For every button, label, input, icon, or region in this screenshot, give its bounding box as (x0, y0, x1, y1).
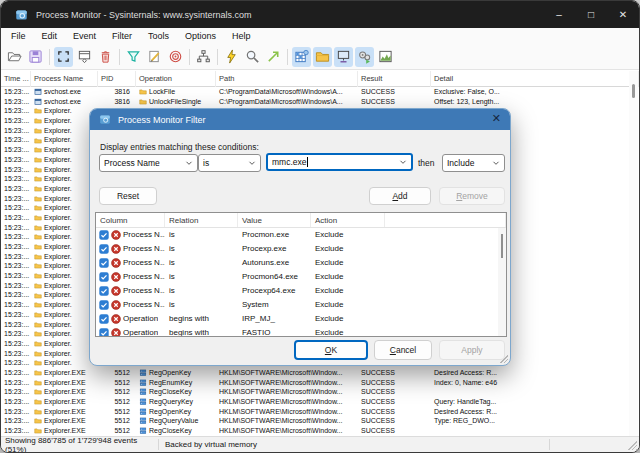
folder-icon (34, 175, 42, 183)
save-button[interactable] (26, 47, 45, 67)
close-button[interactable]: ✕ (607, 1, 639, 28)
event-row[interactable]: 15:23:... Explorer.EXE 5512 RegQueryValu… (1, 416, 639, 426)
menu-item[interactable]: Tools (140, 31, 177, 41)
vertical-scrollbar[interactable] (629, 71, 638, 438)
filter-rule-row[interactable]: Process N... is Procexp.exe Exclude (96, 242, 506, 256)
boot-logging-button[interactable] (222, 47, 241, 67)
remove-button[interactable]: Remove (439, 187, 505, 205)
folder-icon (34, 137, 42, 145)
column-header-operation[interactable]: Operation (136, 71, 216, 87)
filter-button[interactable] (124, 47, 143, 67)
folder-icon (34, 359, 42, 367)
column-header-path[interactable]: Path (216, 71, 358, 87)
apply-button[interactable]: Apply (439, 340, 505, 360)
event-row[interactable]: 15:23:... Explorer.EXE 5512 RegOpenKey H… (1, 368, 639, 378)
column-header-time[interactable]: Time ... (1, 71, 31, 87)
folder-icon (34, 204, 42, 212)
title-bar: Process Monitor - Sysinternals: www.sysi… (1, 1, 639, 28)
scrollbar-thumb[interactable] (632, 84, 635, 98)
process-monitor-filter-dialog: Process Monitor Filter ✕ Display entries… (89, 108, 511, 366)
filter-rule-row[interactable]: Process N... is Procmon64.exe Exclude (96, 270, 506, 284)
filter-header-column[interactable]: Column (96, 213, 165, 227)
reset-button[interactable]: Reset (99, 187, 157, 205)
add-button[interactable]: Add (369, 187, 431, 205)
filter-relation-select[interactable]: is (198, 154, 261, 172)
column-header-detail[interactable]: Detail (431, 71, 639, 87)
filter-rule-row[interactable]: Process N... is System Exclude (96, 298, 506, 312)
filter-header-action[interactable]: Action (311, 213, 385, 227)
event-row[interactable]: 15:23:... Explorer.EXE 5512 RegQueryKey … (1, 397, 639, 407)
filter-list-scrollbar[interactable] (498, 228, 506, 337)
maximize-button[interactable]: □ (575, 1, 607, 28)
folder-icon (34, 321, 42, 329)
registry-operation-icon (139, 388, 147, 396)
filter-value-input[interactable]: mmc.exe (266, 153, 413, 171)
menu-item[interactable]: Options (177, 31, 224, 41)
event-row[interactable]: 15:23:... svchost.exe 3816 LockFile C:\P… (1, 87, 639, 97)
event-row[interactable]: 15:23:... Explorer.EXE 5512 RegCloseKey … (1, 387, 639, 397)
event-row[interactable]: 15:23:... svchost.exe 3816 UnlockFileSin… (1, 97, 639, 107)
filter-rule-row[interactable]: Operation begins with IRP_MJ_ Exclude (96, 312, 506, 326)
event-row[interactable]: 15:23:... Explorer.EXE 5512 RegEnumKey H… (1, 378, 639, 388)
filter-rule-row[interactable]: Process N... is Procexp64.exe Exclude (96, 284, 506, 298)
folder-icon (34, 214, 42, 222)
filter-rule-row[interactable]: Process N... is Autoruns.exe Exclude (96, 256, 506, 270)
registry-operation-icon (139, 408, 147, 416)
jump-to-button[interactable] (264, 47, 283, 67)
menu-item[interactable]: Edit (34, 31, 66, 41)
menu-item[interactable]: Event (65, 31, 104, 41)
filter-scrollbar-thumb[interactable] (501, 234, 503, 258)
filter-action-select[interactable]: Include (442, 154, 505, 172)
menu-item[interactable]: Filter (104, 31, 140, 41)
highlight-button[interactable] (145, 47, 164, 67)
filter-rule-row[interactable]: Process N... is Procmon.exe Exclude (96, 228, 506, 242)
event-row[interactable]: 15:23:... Explorer.EXE 5512 RegOpenKey H… (1, 407, 639, 417)
autoscroll-toggle[interactable] (75, 47, 94, 67)
exclude-icon (111, 258, 121, 268)
exclude-icon (111, 244, 121, 254)
status-separator (549, 439, 550, 450)
filter-header-value[interactable]: Value (238, 213, 311, 227)
filter-column-select[interactable]: Process Name (99, 154, 198, 172)
event-row[interactable]: 15:23:... Explorer.EXE 5512 RegCloseKey … (1, 426, 639, 436)
ok-button[interactable]: OK (294, 340, 368, 360)
process-tree-button[interactable] (194, 47, 213, 67)
app-icon (15, 9, 28, 21)
folder-icon (34, 107, 42, 115)
chevron-down-icon (248, 159, 256, 167)
dialog-resize-grip[interactable] (500, 355, 508, 363)
show-file-system-activity-toggle[interactable] (313, 47, 332, 67)
dialog-close-icon[interactable]: ✕ (492, 112, 501, 125)
column-header-pid[interactable]: PID (98, 71, 136, 87)
column-header-result[interactable]: Result (358, 71, 431, 87)
show-registry-activity-toggle[interactable] (292, 47, 311, 67)
exclude-icon (111, 230, 121, 240)
registry-operation-icon (139, 379, 147, 387)
filter-header-relation[interactable]: Relation (165, 213, 238, 227)
column-header-process-name[interactable]: Process Name (31, 71, 98, 87)
menu-item[interactable]: File (3, 31, 34, 41)
find-button[interactable] (243, 47, 262, 67)
menu-item[interactable]: Help (224, 31, 259, 41)
show-profiling-events-toggle[interactable] (376, 47, 395, 67)
chevron-down-icon (399, 158, 407, 166)
process-window-icon (34, 98, 42, 106)
chevron-down-icon (492, 159, 500, 167)
exclude-icon (111, 286, 121, 296)
text-caret (307, 157, 308, 167)
minimize-button[interactable]: – (543, 1, 575, 28)
show-network-activity-toggle[interactable] (334, 47, 353, 67)
registry-operation-icon (139, 427, 147, 435)
resize-grip[interactable] (628, 441, 637, 450)
show-process-activity-toggle[interactable] (355, 47, 374, 67)
include-process-from-window-button[interactable] (166, 47, 185, 67)
checkbox-checked-icon (99, 244, 109, 254)
folder-icon (34, 166, 42, 174)
clear-button[interactable] (96, 47, 115, 67)
filter-rule-row[interactable]: Operation begins with FASTIO_ Exclude (96, 326, 506, 337)
window-title: Process Monitor - Sysinternals: www.sysi… (36, 10, 252, 20)
open-button[interactable] (5, 47, 24, 67)
cancel-button[interactable]: Cancel (374, 340, 432, 360)
capture-toggle[interactable] (54, 47, 73, 67)
folder-icon (34, 156, 42, 164)
